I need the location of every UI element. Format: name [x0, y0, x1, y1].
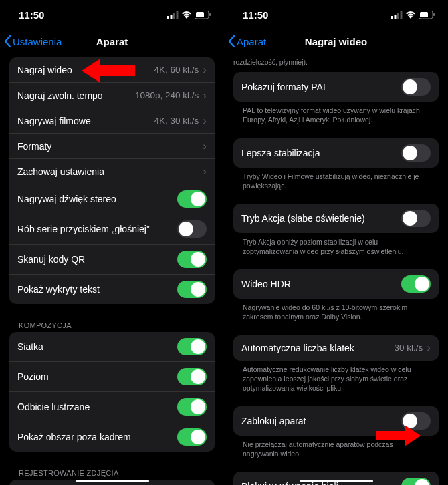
group-recording: Nagraj wideo4K, 60 kl./s›Nagraj zwoln. t…	[9, 57, 215, 304]
status-time: 11:50	[243, 9, 268, 21]
settings-row[interactable]: Rób serie przyciskiem „głośniej”	[9, 214, 215, 245]
row-right: 30 kl./s›	[395, 342, 431, 353]
toggle-switch[interactable]	[177, 398, 207, 416]
row-label: Nagrywaj dźwięk stereo	[17, 194, 116, 204]
row-label: Siatka	[17, 341, 43, 352]
toggle-switch[interactable]	[177, 220, 207, 238]
screen-camera-settings: 11:50 Ustawienia Aparat Nagraj wideo4K, …	[0, 0, 224, 485]
row-label: Automatyczna liczba klatek	[241, 343, 354, 353]
settings-group: Pokazuj formaty PAL	[233, 72, 439, 102]
toggle-switch[interactable]	[177, 338, 207, 355]
row-value: 4K, 30 kl./s	[154, 116, 199, 126]
group-footer: Tryby Wideo i Filmowe ustabilizują wideo…	[233, 168, 439, 190]
settings-row[interactable]: Pokazuj formaty PAL	[233, 72, 439, 102]
settings-row[interactable]: Zachowaj ustawienia›	[9, 159, 215, 184]
settings-row[interactable]: Lepsza stabilizacja	[233, 138, 439, 168]
settings-group: Tryb Akcja (słabe oświetlenie)	[233, 204, 439, 233]
page-title: Aparat	[0, 36, 224, 47]
chevron-right-icon: ›	[427, 342, 431, 353]
toggle-switch[interactable]	[401, 275, 431, 293]
toggle-switch[interactable]	[177, 428, 207, 446]
arrow-indicator-left	[82, 57, 135, 84]
settings-row[interactable]: Pokaż obszar poza kadrem	[9, 422, 215, 452]
status-time: 11:50	[19, 9, 44, 21]
settings-row[interactable]: Siatka	[9, 332, 215, 362]
svg-marker-7	[82, 59, 135, 83]
svg-rect-10	[397, 13, 399, 19]
svg-rect-11	[401, 11, 403, 19]
row-label: Wideo HDR	[241, 279, 291, 289]
row-label: Tryb Akcja (słabe oświetlenie)	[241, 213, 365, 224]
row-right	[401, 478, 431, 485]
row-label: Pokaż wykryty tekst	[17, 284, 100, 295]
row-label: Nagrywaj filmowe	[17, 116, 91, 126]
svg-rect-6	[209, 13, 211, 16]
home-indicator	[300, 480, 373, 482]
svg-marker-15	[376, 425, 421, 446]
settings-row[interactable]: Blokuj wyrównanie bieli	[233, 472, 439, 485]
row-right: 1080p, 240 kl./s›	[135, 90, 207, 101]
row-label: Pokazuj formaty PAL	[241, 82, 328, 92]
settings-row[interactable]: Pokaż wykryty tekst	[9, 275, 215, 304]
row-right	[401, 78, 431, 96]
row-right	[177, 398, 207, 416]
row-value: 1080p, 240 kl./s	[135, 90, 199, 100]
status-bar: 11:50	[224, 0, 448, 29]
settings-group: Automatyczna liczba klatek30 kl./s›	[233, 335, 439, 361]
toggle-switch[interactable]	[177, 190, 207, 208]
toggle-switch[interactable]	[401, 144, 431, 162]
toggle-switch[interactable]	[401, 478, 431, 485]
svg-rect-13	[420, 12, 428, 17]
row-value: 30 kl./s	[395, 343, 423, 353]
settings-row[interactable]: Wideo HDR	[233, 269, 439, 299]
row-label: Zachowaj ustawienia	[17, 166, 104, 177]
row-right	[177, 281, 207, 298]
svg-rect-8	[391, 16, 393, 19]
row-label: Skanuj kody QR	[17, 254, 85, 265]
row-label: Pokaż obszar poza kadrem	[17, 432, 131, 442]
chevron-right-icon: ›	[203, 64, 207, 75]
cellular-icon	[167, 11, 179, 19]
settings-row[interactable]: Nagrywaj filmowe4K, 30 kl./s›	[9, 108, 215, 134]
row-right	[177, 338, 207, 355]
row-value: 4K, 60 kl./s	[154, 65, 199, 75]
svg-rect-14	[433, 13, 435, 16]
status-icons	[167, 11, 211, 19]
footer-fragment: rozdzielczość, płynniej).	[224, 57, 448, 72]
row-right: 4K, 60 kl./s›	[154, 64, 207, 75]
settings-row[interactable]: Automatyczna liczba klatek30 kl./s›	[233, 335, 439, 361]
svg-rect-5	[196, 12, 204, 17]
row-right: 4K, 30 kl./s›	[154, 115, 207, 126]
status-icons	[391, 11, 435, 19]
settings-row[interactable]: Tryb Akcja (słabe oświetlenie)	[233, 204, 439, 233]
row-right	[401, 144, 431, 162]
settings-row[interactable]: Nagrywaj dźwięk stereo	[9, 184, 215, 214]
nav-bar: Ustawienia Aparat	[0, 29, 224, 53]
toggle-switch[interactable]	[401, 210, 431, 227]
settings-row[interactable]: Poziom	[9, 362, 215, 392]
toggle-switch[interactable]	[177, 281, 207, 298]
toggle-switch[interactable]	[401, 78, 431, 96]
screen-record-video: 11:50 Aparat Nagraj wideo rozdzielczość,…	[224, 0, 448, 485]
row-label: Lepsza stabilizacja	[241, 148, 320, 158]
row-label: Rób serie przyciskiem „głośniej”	[17, 224, 150, 234]
toggle-switch[interactable]	[177, 251, 207, 268]
settings-row[interactable]: Nagraj zwoln. tempo1080p, 240 kl./s›	[9, 83, 215, 108]
row-label: Nagraj wideo	[17, 65, 72, 75]
toggle-switch[interactable]	[177, 368, 207, 385]
cellular-icon	[391, 11, 403, 19]
svg-rect-2	[173, 13, 175, 19]
chevron-right-icon: ›	[203, 115, 207, 126]
row-right: ›	[203, 140, 207, 152]
row-right	[177, 220, 207, 238]
row-right	[177, 368, 207, 385]
svg-rect-3	[177, 11, 179, 19]
settings-row[interactable]: Odbicie lustrzane	[9, 392, 215, 422]
content: Nagraj wideo4K, 60 kl./s›Nagraj zwoln. t…	[0, 53, 224, 485]
row-label: Zablokuj aparat	[241, 416, 306, 426]
settings-row[interactable]: Formaty›	[9, 134, 215, 159]
svg-rect-9	[395, 15, 397, 19]
row-label: Odbicie lustrzane	[17, 401, 90, 412]
battery-icon	[419, 11, 435, 19]
settings-row[interactable]: Skanuj kody QR	[9, 245, 215, 275]
